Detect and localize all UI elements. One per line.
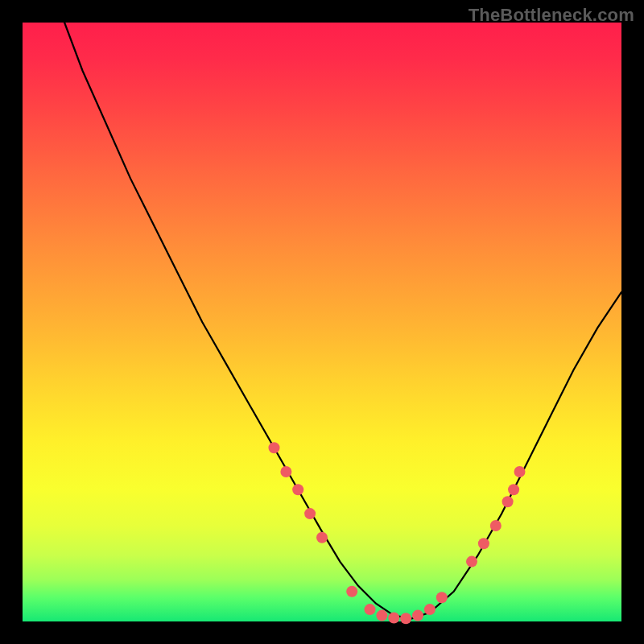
data-marker [424,604,436,615]
data-marker [346,586,357,597]
data-marker [466,556,477,568]
data-marker [365,604,376,615]
data-marker [478,538,489,549]
data-marker [436,592,448,603]
data-marker [304,508,316,519]
data-marker [292,484,303,495]
data-marker [502,496,514,507]
data-marker [269,442,280,453]
data-marker [490,520,502,531]
bottleneck-curve [23,23,621,621]
plot-area [23,23,621,621]
data-marker [508,484,519,495]
data-marker [280,466,291,477]
data-marker [400,613,411,624]
watermark-text: TheBottleneck.com [469,5,634,26]
data-marker [376,610,387,621]
data-marker [388,613,399,624]
data-marker [514,466,526,477]
data-marker [412,610,423,621]
data-marker [316,532,328,543]
chart-frame: TheBottleneck.com [0,0,644,644]
curve-path [64,23,621,618]
